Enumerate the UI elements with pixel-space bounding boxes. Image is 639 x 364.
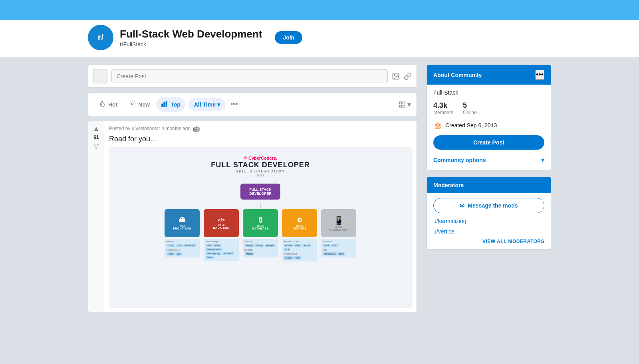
community-options-row[interactable]: Community options ▾ bbox=[433, 154, 544, 165]
community-options-label: Community options bbox=[433, 157, 486, 163]
members-count: 4.3k bbox=[433, 101, 453, 110]
cake-icon: 🎂 bbox=[433, 121, 442, 130]
hot-icon bbox=[99, 100, 106, 109]
moderators-title: Moderators bbox=[433, 182, 464, 188]
infographic-year: 2022 bbox=[211, 173, 310, 177]
moderators-card: Moderators ✉ Message the mods u/karmaliz… bbox=[427, 177, 551, 249]
all-time-label: All Time bbox=[194, 101, 216, 108]
create-post-input[interactable] bbox=[111, 69, 388, 83]
new-sort-button[interactable]: New bbox=[124, 97, 155, 112]
subreddit-logo: r/ bbox=[88, 25, 113, 50]
infographic-subtitle: SKILLS BREAKDOWN bbox=[211, 169, 310, 173]
top-icon bbox=[161, 100, 168, 109]
svg-rect-5 bbox=[166, 101, 167, 107]
online-label: Online bbox=[463, 110, 477, 115]
subreddit-name: r/FullStack bbox=[120, 41, 262, 47]
stats-row: 4.3k Members 5 Online bbox=[433, 101, 544, 115]
subreddit-header: r/ Full-Stack Web Development r/FullStac… bbox=[0, 20, 639, 57]
message-mods-button[interactable]: ✉ Message the mods bbox=[433, 198, 544, 213]
chevron-down-icon: ▾ bbox=[217, 101, 220, 108]
infographic-logo: ⟳ CyberCoders. bbox=[211, 156, 310, 161]
post-image-container: ⟳ CyberCoders. FULL STACK DEVELOPER SKIL… bbox=[109, 147, 412, 308]
new-icon bbox=[129, 100, 136, 109]
top-label: Top bbox=[171, 101, 181, 108]
chevron-down-icon: ▾ bbox=[541, 156, 544, 164]
infographic-header: ⟳ CyberCoders. FULL STACK DEVELOPER SKIL… bbox=[211, 156, 310, 177]
view-all-moderators-link[interactable]: VIEW ALL MODERATORS bbox=[433, 239, 544, 244]
bot-icon: 🤖 bbox=[193, 125, 200, 132]
new-label: New bbox=[138, 101, 150, 108]
svg-rect-3 bbox=[162, 104, 163, 107]
svg-rect-8 bbox=[399, 105, 401, 107]
online-count: 5 bbox=[463, 101, 477, 110]
subreddit-title: Full-Stack Web Development bbox=[120, 28, 262, 40]
created-row: 🎂 Created Sep 6, 2013 bbox=[433, 121, 544, 130]
svg-rect-6 bbox=[399, 102, 401, 104]
message-mods-label: Message the mods bbox=[468, 202, 518, 209]
created-label: Created Sep 6, 2013 bbox=[445, 122, 497, 129]
all-time-button[interactable]: All Time ▾ bbox=[189, 98, 226, 111]
members-label: Members bbox=[433, 110, 453, 115]
svg-rect-7 bbox=[403, 102, 405, 104]
about-description: Full-Stack bbox=[433, 89, 544, 96]
branch-database: 🛢 ROLE DATABASE RDBMS MySQLMssql Postgre bbox=[242, 209, 278, 261]
svg-point-1 bbox=[394, 75, 395, 76]
top-sort-button[interactable]: Top bbox=[156, 97, 185, 112]
about-community-title: About Community bbox=[433, 72, 482, 78]
chevron-view-icon: ▾ bbox=[407, 100, 411, 109]
message-icon: ✉ bbox=[460, 202, 464, 209]
create-post-icons bbox=[392, 72, 412, 80]
more-sort-button[interactable]: ••• bbox=[227, 99, 241, 110]
hot-label: Hot bbox=[108, 101, 117, 108]
svg-point-2 bbox=[131, 103, 133, 105]
vote-count: 61 bbox=[93, 135, 99, 140]
moderators-header: Moderators bbox=[427, 177, 551, 193]
post-body: Posted by u/yasinsarkar 4 months ago 🤖 R… bbox=[104, 121, 417, 312]
join-button[interactable]: Join bbox=[275, 31, 302, 44]
root-node: FULL STACK DEVELOPER bbox=[240, 184, 280, 200]
sort-bar: Hot New Top All Time bbox=[88, 93, 417, 116]
about-community-card: About Community ••• Full-Stack 4.3k Memb… bbox=[427, 65, 551, 170]
logo-text: r/ bbox=[98, 32, 104, 43]
about-community-body: Full-Stack 4.3k Members 5 Online 🎂 Creat… bbox=[427, 85, 551, 170]
downvote-button[interactable]: ▽ bbox=[93, 142, 99, 150]
mod-link-vertice[interactable]: u/vertice bbox=[433, 228, 544, 235]
top-banner bbox=[0, 0, 639, 20]
branch-devops: ⚙ ROLE DEV OPS Infrastructure NGINXAWS A… bbox=[282, 209, 318, 261]
about-community-header: About Community ••• bbox=[427, 65, 551, 85]
post-card: ▲ 61 ▽ Posted by u/yasinsarkar 4 months … bbox=[88, 121, 417, 312]
link-button[interactable] bbox=[404, 72, 412, 80]
branch-nodes: 🏔 ROLE FRONT END Basics HTMLCSSJavascrip… bbox=[117, 209, 403, 261]
infographic-tree: FULL STACK DEVELOPER 🏔 ROLE FRONT END bbox=[117, 184, 403, 261]
about-more-button[interactable]: ••• bbox=[535, 70, 544, 80]
upvote-button[interactable]: ▲ bbox=[93, 125, 100, 133]
infographic-title: FULL STACK DEVELOPER bbox=[211, 161, 310, 169]
post-title[interactable]: Road for you... bbox=[109, 135, 412, 143]
create-post-box bbox=[88, 65, 417, 88]
hot-sort-button[interactable]: Hot bbox=[94, 97, 122, 112]
view-options-button[interactable]: ▾ bbox=[399, 100, 411, 109]
right-sidebar: About Community ••• Full-Stack 4.3k Memb… bbox=[427, 65, 551, 312]
members-stat: 4.3k Members bbox=[433, 101, 453, 115]
branch-backend: </> ROLE BACK END Technology PHPNode Rub… bbox=[203, 209, 239, 261]
online-stat: 5 Online bbox=[463, 101, 477, 115]
moderators-body: ✉ Message the mods u/karmalizing u/verti… bbox=[427, 193, 551, 249]
branch-frontend: 🏔 ROLE FRONT END Basics HTMLCSSJavascrip… bbox=[164, 209, 200, 261]
create-post-avatar bbox=[93, 69, 107, 83]
subreddit-info: Full-Stack Web Development r/FullStack bbox=[120, 28, 262, 47]
svg-rect-4 bbox=[164, 102, 165, 107]
post-meta: Posted by u/yasinsarkar 4 months ago 🤖 bbox=[109, 125, 412, 132]
vote-column: ▲ 61 ▽ bbox=[88, 121, 104, 312]
left-column: Hot New Top All Time bbox=[88, 65, 417, 312]
sidebar-create-post-button[interactable]: Create Post bbox=[433, 135, 544, 150]
mod-link-karmalizing[interactable]: u/karmalizing bbox=[433, 218, 544, 224]
image-upload-button[interactable] bbox=[392, 72, 400, 80]
post-infographic: ⟳ CyberCoders. FULL STACK DEVELOPER SKIL… bbox=[109, 148, 411, 307]
svg-rect-9 bbox=[403, 105, 405, 107]
branch-mobile: 📱 ROLE MOBILE APP Android JavaSDK iOS Ob… bbox=[321, 209, 357, 261]
post-author-meta: Posted by u/yasinsarkar 4 months ago bbox=[109, 126, 191, 131]
